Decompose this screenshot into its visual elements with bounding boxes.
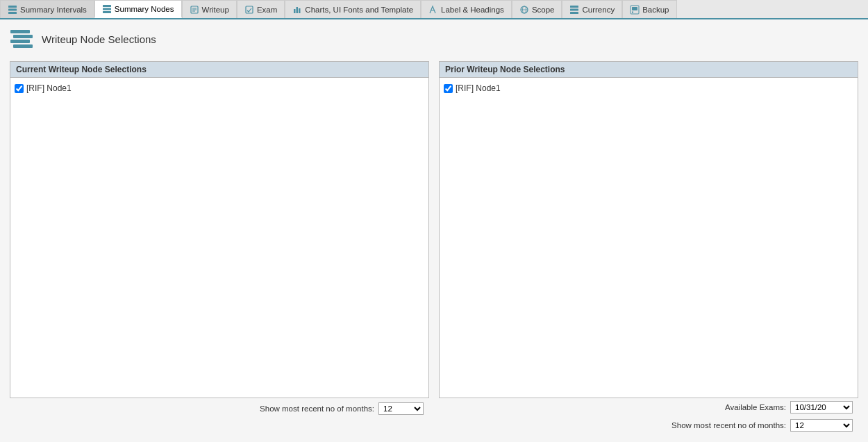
tab-summary-nodes[interactable]: Summary Nodes [94,0,182,18]
tab-exam-label: Exam [257,6,277,14]
current-node-checkbox[interactable] [15,84,24,93]
page-title-area: Writeup Node Selections [10,26,858,51]
prior-show-months-label: Show most recent no of months: [671,421,786,429]
current-panel-body: [RIF] Node1 [10,78,428,398]
charts-icon [292,5,302,15]
available-exams-label: Available Exams: [725,403,786,411]
tab-currency[interactable]: Currency [562,0,622,18]
svg-rect-3 [103,5,111,7]
scope-icon [519,5,529,15]
page-title: Writeup Node Selections [42,33,156,45]
tab-label-headings[interactable]: Label & Headings [421,0,512,18]
current-node-item: [RIF] Node1 [15,82,424,95]
summary-nodes-icon [102,4,112,14]
writeup-icon [190,5,199,15]
available-exams-select[interactable]: 10/31/20 [790,401,853,414]
prior-node-checkbox[interactable] [444,84,453,93]
current-node-label: [RIF] Node1 [26,83,72,93]
tab-backup[interactable]: Backup [622,0,676,18]
available-exams-row: Available Exams: 10/31/20 [439,398,858,416]
tab-writeup-label: Writeup [202,6,229,14]
prior-show-months-select[interactable]: 12 6 3 1 [790,419,853,432]
svg-rect-24 [10,30,30,33]
tab-scope[interactable]: Scope [512,0,562,18]
svg-rect-18 [570,6,578,8]
current-panel-header: Current Writeup Node Selections [10,62,428,78]
show-months-select[interactable]: 12 6 3 1 [378,402,424,415]
label-headings-icon [428,5,438,15]
tab-summary-nodes-label: Summary Nodes [115,5,174,13]
summary-intervals-icon [8,5,17,15]
currency-icon [569,5,579,15]
prior-panel-wrapper: Prior Writeup Node Selections [RIF] Node… [439,61,858,434]
tab-bar: Summary Intervals Summary Nodes Writeup [0,0,868,19]
show-months-label: Show most recent no of months: [260,404,374,413]
tab-exam[interactable]: Exam [237,0,285,18]
prior-node-label: [RIF] Node1 [456,83,501,93]
tab-writeup[interactable]: Writeup [182,0,237,18]
svg-rect-22 [632,7,637,10]
prior-show-months-row: Show most recent no of months: 12 6 3 1 [439,416,858,434]
current-panel-wrapper: Current Writeup Node Selections [RIF] No… [10,61,429,419]
svg-rect-10 [246,6,253,13]
svg-rect-1 [8,8,17,10]
tab-currency-label: Currency [582,6,615,14]
tab-summary-intervals[interactable]: Summary Intervals [0,0,94,18]
tab-charts-label: Charts, UI Fonts and Template [305,6,413,14]
current-panel: Current Writeup Node Selections [RIF] No… [10,61,429,398]
prior-panel-body: [RIF] Node1 [440,78,858,398]
svg-rect-26 [10,40,30,43]
svg-rect-2 [8,12,17,14]
svg-rect-0 [8,6,17,8]
svg-rect-12 [297,7,299,13]
tab-summary-intervals-label: Summary Intervals [20,6,87,14]
tab-backup-label: Backup [642,6,669,14]
main-content: Writeup Node Selections Current Writeup … [0,19,868,442]
svg-rect-27 [13,44,33,48]
tab-charts[interactable]: Charts, UI Fonts and Template [285,0,421,18]
backup-icon [630,5,640,15]
svg-rect-11 [294,9,296,13]
prior-panel: Prior Writeup Node Selections [RIF] Node… [439,61,858,398]
current-panel-footer: Show most recent no of months: 12 6 3 1 [10,398,429,419]
prior-node-item: [RIF] Node1 [444,82,853,95]
svg-rect-13 [299,8,301,13]
svg-rect-25 [13,35,33,38]
svg-rect-19 [570,8,578,10]
prior-panel-header: Prior Writeup Node Selections [440,62,858,78]
svg-rect-4 [103,8,111,10]
svg-rect-5 [103,11,111,13]
tab-scope-label: Scope [532,6,555,14]
page-title-icon [10,26,35,51]
tab-label-headings-label: Label & Headings [441,6,504,14]
svg-rect-23 [632,11,633,13]
svg-rect-20 [570,12,578,14]
exam-icon [244,5,254,15]
panels-row: Current Writeup Node Selections [RIF] No… [10,61,858,434]
